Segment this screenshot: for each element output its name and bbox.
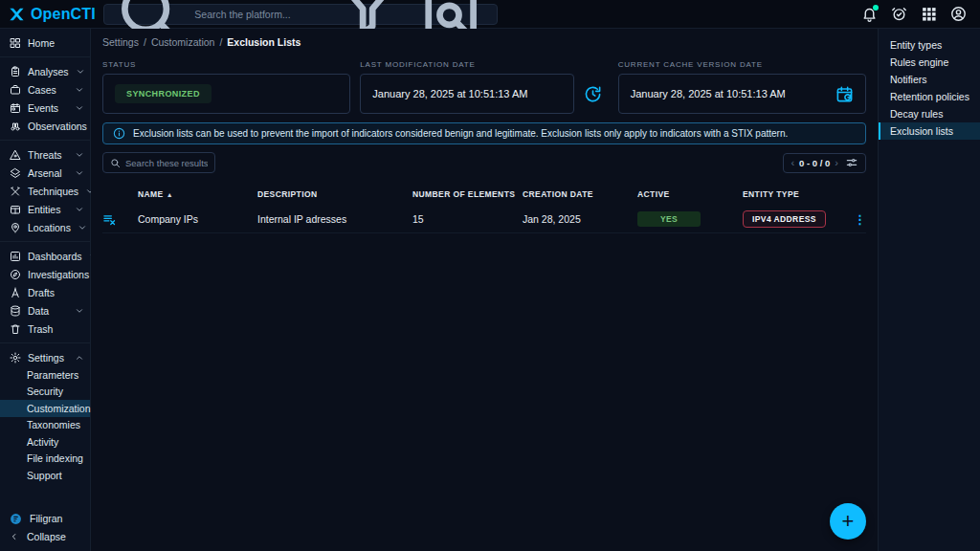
divider xyxy=(0,342,90,343)
home-icon xyxy=(10,37,21,49)
column-header-description[interactable]: DESCRIPTION xyxy=(257,189,412,199)
column-header-number-of-elements[interactable]: NUMBER OF ELEMENTS xyxy=(412,189,523,199)
sidebar-label: Analyses xyxy=(28,66,69,77)
rightbar-item-entity-types[interactable]: Entity types xyxy=(879,36,980,54)
rightbar-label: Entity types xyxy=(890,39,942,51)
last-modification-value: January 28, 2025 at 10:51:13 AM xyxy=(372,88,527,99)
sidebar-item-taxonomies[interactable]: Taxonomies xyxy=(0,417,90,434)
sidebar-item-entities[interactable]: Entities xyxy=(0,200,90,218)
row-icon-cell xyxy=(102,212,138,227)
chevron-down-icon xyxy=(75,103,84,113)
sidebar-item-trash[interactable]: Trash xyxy=(0,320,90,338)
database-icon xyxy=(10,305,21,317)
breadcrumb-settings[interactable]: Settings xyxy=(102,36,139,48)
sidebar-item-data[interactable]: Data xyxy=(0,301,90,320)
cell-number-of-elements: 15 xyxy=(412,213,523,225)
sidebar-label: Cases xyxy=(28,84,56,96)
results-toolbar: ‹ 0 - 0 / 0 › xyxy=(102,152,866,173)
account-icon[interactable] xyxy=(950,6,967,22)
left-sidebar: Home Analyses Cases Events Observations xyxy=(0,29,91,551)
breadcrumb-separator: / xyxy=(144,36,146,48)
sidebar-label: Events xyxy=(28,102,58,114)
architecture-icon xyxy=(10,287,21,298)
sidebar-item-investigations[interactable]: Investigations xyxy=(0,265,90,283)
refresh-cache-button[interactable] xyxy=(578,74,609,114)
rightbar-item-notifiers[interactable]: Notifiers xyxy=(879,71,980,88)
sidebar-item-home[interactable]: Home xyxy=(0,33,90,52)
divider xyxy=(0,241,90,242)
sidebar-item-observations[interactable]: Observations xyxy=(0,117,90,135)
sidebar-label: Drafts xyxy=(28,287,55,298)
chevron-up-icon xyxy=(75,353,84,363)
sidebar-label: Dashboards xyxy=(28,251,82,262)
breadcrumb-current: Exclusion Lists xyxy=(227,36,301,48)
chevron-down-icon xyxy=(75,168,84,178)
rightbar-item-rules-engine[interactable]: Rules engine xyxy=(879,54,980,71)
sidebar-item-cases[interactable]: Cases xyxy=(0,80,90,99)
column-header-name[interactable]: NAME ▲ xyxy=(138,189,257,199)
chevron-down-icon xyxy=(75,85,84,95)
status-label: STATUS xyxy=(102,60,350,69)
sidebar-item-analyses[interactable]: Analyses xyxy=(0,62,90,80)
threat-triangle-icon xyxy=(10,149,21,161)
cell-menu: ⋮ xyxy=(843,210,866,228)
apps-grid-icon[interactable] xyxy=(921,6,937,22)
sidebar-label: Home xyxy=(28,37,55,49)
global-search[interactable] xyxy=(103,4,498,25)
table-row[interactable]: Company IPs Internal IP adresses 15 Jan … xyxy=(102,206,866,233)
sidebar-item-security[interactable]: Security xyxy=(0,384,90,401)
rightbar-item-retention-policies[interactable]: Retention policies xyxy=(879,88,980,105)
display-settings-icon[interactable] xyxy=(845,156,858,169)
sidebar-item-file-indexing[interactable]: File indexing xyxy=(0,451,90,468)
sidebar-sublabel: Activity xyxy=(27,436,58,448)
sidebar-item-support[interactable]: Support xyxy=(0,467,90,484)
status-badge: SYNCHRONIZED xyxy=(115,84,212,103)
chevron-left-icon xyxy=(10,532,19,541)
breadcrumb-customization[interactable]: Customization xyxy=(151,36,215,48)
sidebar-item-arsenal[interactable]: Arsenal xyxy=(0,164,90,182)
filigran-link[interactable]: Filigran xyxy=(0,509,90,528)
sidebar-item-parameters[interactable]: Parameters xyxy=(0,366,90,384)
cell-active: YES xyxy=(637,211,743,227)
opencti-logo[interactable]: OpenCTI xyxy=(0,5,96,24)
sidebar-item-threats[interactable]: Threats xyxy=(0,145,90,164)
rightbar-item-decay-rules[interactable]: Decay rules xyxy=(879,105,980,122)
opencti-app: OpenCTI xyxy=(0,0,980,551)
rightbar-item-exclusion-lists[interactable]: Exclusion lists xyxy=(879,122,980,140)
sidebar-label: Entities xyxy=(28,204,60,215)
topbar: OpenCTI xyxy=(0,0,980,29)
sidebar-sublabel: Security xyxy=(27,386,63,397)
global-search-input[interactable] xyxy=(194,9,323,20)
sidebar-item-locations[interactable]: Locations xyxy=(0,218,90,236)
sidebar-item-events[interactable]: Events xyxy=(0,99,90,117)
sidebar-sublabel: Taxonomies xyxy=(27,419,80,430)
sidebar-label: Settings xyxy=(28,352,64,364)
row-menu-icon[interactable]: ⋮ xyxy=(854,212,866,227)
sidebar-item-drafts[interactable]: Drafts xyxy=(0,283,90,301)
sidebar-item-customization[interactable]: Customization xyxy=(0,400,90,417)
notifications-bell-icon[interactable] xyxy=(861,6,878,22)
column-header-creation-date[interactable]: CREATION DATE xyxy=(523,189,637,199)
results-search-input[interactable] xyxy=(125,158,208,168)
results-search[interactable] xyxy=(102,152,215,173)
divider xyxy=(0,56,90,57)
collapse-button[interactable]: Collapse xyxy=(0,528,90,545)
sidebar-item-techniques[interactable]: Techniques xyxy=(0,182,90,200)
sidebar-item-dashboards[interactable]: Dashboards xyxy=(0,247,90,265)
column-header-entity-type[interactable]: ENTITY TYPE xyxy=(743,189,843,199)
calendar-refresh-icon[interactable] xyxy=(835,85,854,103)
cell-creation-date: Jan 28, 2025 xyxy=(523,213,637,225)
exclusion-list-icon xyxy=(102,212,117,227)
tools-icon xyxy=(10,186,21,197)
breadcrumb-separator: / xyxy=(219,36,222,48)
rightbar-label: Notifiers xyxy=(890,74,927,85)
sidebar-item-settings[interactable]: Settings xyxy=(0,348,90,366)
chevron-down-icon xyxy=(76,67,85,77)
add-exclusion-list-button[interactable]: + xyxy=(830,503,866,540)
triggers-alarm-icon[interactable] xyxy=(891,6,907,22)
filigran-label: Filigran xyxy=(30,513,62,524)
column-header-active[interactable]: ACTIVE xyxy=(637,189,743,199)
pagination-next-icon[interactable]: › xyxy=(835,158,838,168)
sidebar-item-activity[interactable]: Activity xyxy=(0,433,90,451)
pagination-prev-icon[interactable]: ‹ xyxy=(791,158,794,168)
